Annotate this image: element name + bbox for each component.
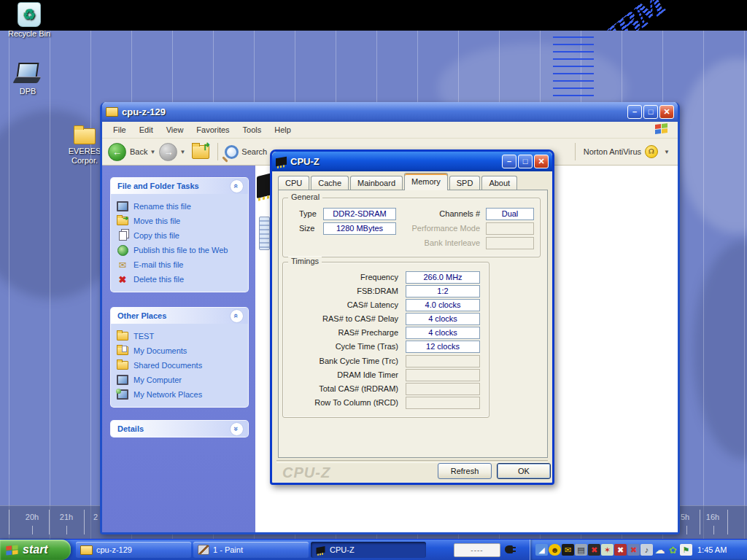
utility-tray-icon[interactable]: ✿ [667,544,679,556]
collapse-chevron-icon[interactable]: « [230,309,244,323]
scheduler-tray-icon[interactable]: ⚑ [680,544,692,556]
task-item-label[interactable]: E-mail this file [133,260,183,269]
rename-icon [117,201,128,211]
desktop-icon-recycle-bin[interactable]: ♻ Recycle Bin [1,2,57,39]
timing-value: 4 clocks [406,327,480,339]
tab-memory[interactable]: Memory [404,173,448,190]
taskbar-task-paint[interactable]: 1 - Paint [193,542,309,558]
task-item-publish-this-file[interactable]: Publish this file to the Web [117,243,245,257]
power-plug-icon[interactable] [505,545,513,553]
explorer-titlebar[interactable]: cpu-z-129 – □ ✕ [102,102,678,122]
alert-users-tray-icon[interactable]: ✶ [601,544,614,556]
pc-error-tray-icon[interactable]: ✖ [614,544,627,556]
back-dropdown-caret[interactable]: ▼ [150,149,155,155]
task-item-label[interactable]: Rename this file [133,202,191,211]
details-title: Details [117,424,144,433]
blocked-program-tray-icon[interactable]: ✖ [588,544,600,556]
tab-spd[interactable]: SPD [449,176,481,190]
task-item-copy-this-file[interactable]: Copy this file [117,228,245,243]
maximize-button[interactable]: □ [518,155,533,168]
norton-antivirus-tray-icon[interactable]: ☻ [549,544,561,556]
place-item-my-computer[interactable]: My Computer [117,373,245,387]
timings-groupbox: Timings Frequency 266.0 MHz FSB:DRAM 1:2… [282,262,489,418]
menu-item-edit[interactable]: Edit [133,123,160,136]
mail-protection-tray-icon[interactable]: ✉ [562,544,574,556]
other-places-header[interactable]: Other Places « [111,308,248,324]
timing-label: Cycle Time (Tras) [283,341,398,353]
timezone-tick [700,510,700,534]
taskbar-toolbar-button[interactable]: ---- [454,543,500,557]
back-button[interactable]: ← [108,143,126,161]
my-computer-icon [117,375,128,385]
toolbar-separator [217,143,218,160]
place-item-label[interactable]: My Computer [133,376,182,384]
norton-dropdown-caret[interactable]: ▼ [664,149,670,155]
menu-item-help[interactable]: Help [268,123,298,136]
task-item-rename-this-file[interactable]: Rename this file [117,199,245,214]
menu-item-tools[interactable]: Tools [236,123,268,136]
place-item-label[interactable]: My Documents [133,346,187,355]
forward-button[interactable]: → [159,143,177,161]
place-item-my-network-places[interactable]: My Network Places [117,387,245,402]
close-button[interactable]: ✕ [659,105,674,119]
network-status-tray-icon[interactable]: ▤ [575,544,587,556]
recycle-bin-icon: ♻ [18,2,41,27]
start-button[interactable]: start [0,540,71,560]
tab-about[interactable]: About [481,176,517,190]
up-folder-button[interactable]: ↱ [192,145,209,159]
forward-dropdown-caret[interactable]: ▼ [179,149,185,155]
tab-cpu[interactable]: CPU [278,176,309,190]
dimm-file-icon[interactable] [259,217,270,250]
task-label: CPU-Z [330,545,355,554]
paint-icon [198,545,209,555]
place-item-shared-documents[interactable]: Shared Documents [117,358,245,373]
task-item-move-this-file[interactable]: ➜ Move this file [117,214,245,228]
task-item-label[interactable]: Move this file [133,217,180,225]
file-tasks-header[interactable]: File and Folder Tasks « [111,178,248,194]
place-item-label[interactable]: Shared Documents [133,361,202,370]
place-item-label[interactable]: TEST [133,332,154,341]
volume-tray-icon[interactable]: ♪ [640,544,653,556]
back-button-label[interactable]: Back [130,147,147,156]
refresh-button[interactable]: Refresh [438,463,492,479]
tab-mainboard[interactable]: Mainboard [350,176,403,190]
desktop-icon-dpb[interactable]: DPB [0,60,55,96]
search-button-label[interactable]: Search [241,147,267,156]
taskbar-clock[interactable]: 1:45 AM [697,545,727,554]
search-icon[interactable] [225,145,239,159]
timezone-tick [9,510,9,534]
firewall-tray-icon[interactable]: ◢ [535,544,548,556]
details-header[interactable]: Details » [111,421,248,437]
task-item-label[interactable]: Publish this file to the Web [133,246,228,254]
other-places-title: Other Places [117,311,166,320]
norton-antivirus-toolbar[interactable]: Norton AntiVirus ☊ ▼ [575,139,673,165]
task-item-delete-this-file[interactable]: ✖ Delete this file [117,272,245,287]
taskbar-task-cpu-z-129[interactable]: cpu-z-129 [76,542,191,558]
maximize-button[interactable]: □ [643,105,658,119]
place-item-test[interactable]: TEST [117,329,245,343]
task-item-label[interactable]: Copy this file [133,231,179,240]
place-item-label[interactable]: My Network Places [133,390,202,399]
task-item-email-this-file[interactable]: ✉ E-mail this file [117,257,245,272]
wireless-off-tray-icon[interactable]: ✖ [627,544,640,556]
ok-button[interactable]: OK [497,463,551,479]
collapse-chevron-icon[interactable]: « [230,179,244,193]
windows-logo-icon [6,545,18,555]
ghost-agent-tray-icon[interactable]: ☁ [654,544,666,556]
task-item-label[interactable]: Delete this file [133,275,184,284]
taskbar: start cpu-z-129 1 - Paint CPU-Z ---- ◢ ☻… [0,539,747,560]
menu-item-view[interactable]: View [160,123,190,136]
place-item-my-documents[interactable]: My Documents [117,343,245,358]
minimize-button[interactable]: – [502,155,516,168]
expand-chevron-icon[interactable]: » [230,422,244,436]
tab-cache[interactable]: Cache [311,176,349,190]
timing-value: 4.0 clocks [406,299,480,311]
task-label: 1 - Paint [213,545,243,554]
cpuz-titlebar[interactable]: CPU-Z – □ ✕ [272,152,552,171]
menu-item-favorites[interactable]: Favorites [190,123,236,136]
file-and-folder-tasks-panel: File and Folder Tasks « Rename this file… [110,177,249,292]
close-button[interactable]: ✕ [534,155,549,168]
taskbar-task-cpuz[interactable]: CPU-Z [311,542,426,558]
menu-item-file[interactable]: File [107,123,133,136]
minimize-button[interactable]: – [627,105,642,119]
